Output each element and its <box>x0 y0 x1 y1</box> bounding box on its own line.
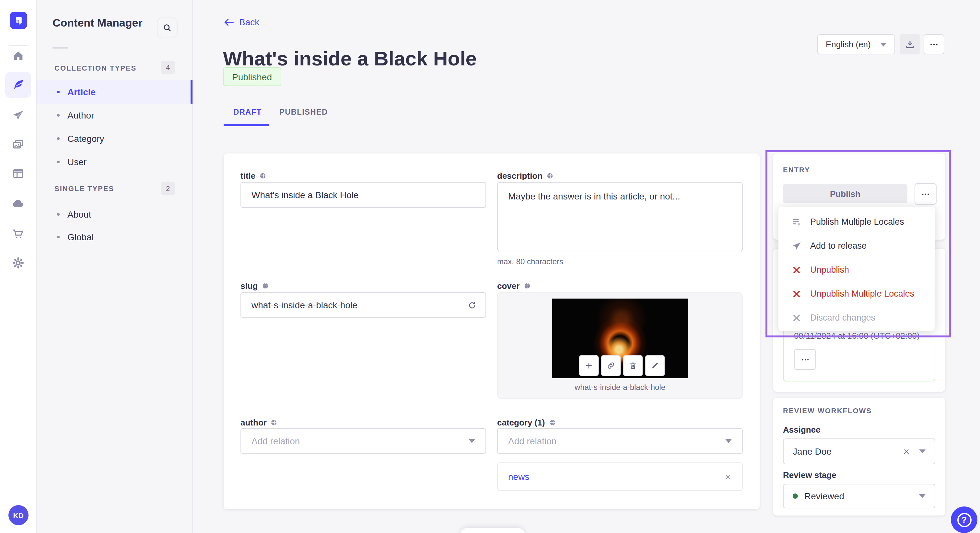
menu-item-add-to-release[interactable]: Add to release <box>778 234 935 258</box>
category-relation-select[interactable]: Add relation <box>497 428 743 454</box>
link-icon <box>607 362 615 370</box>
question-mark-icon: ? <box>957 512 971 527</box>
bullet-icon <box>57 213 60 216</box>
feather-icon[interactable] <box>5 72 31 98</box>
floating-toolbar-partial[interactable] <box>460 528 525 533</box>
list-plus-icon <box>791 217 802 227</box>
sidebar-divider <box>52 47 68 49</box>
cover-toolbar <box>579 355 665 376</box>
tab-published[interactable]: PUBLISHED <box>279 108 328 117</box>
sidebar-item-user[interactable]: User <box>37 150 192 174</box>
cross-icon <box>791 313 802 323</box>
review-stage-select[interactable]: Reviewed <box>783 484 935 508</box>
status-badge: Published <box>223 67 281 86</box>
menu-item-unpublish[interactable]: Unpublish <box>778 258 935 282</box>
edit-asset-button[interactable] <box>645 355 665 376</box>
search-button[interactable] <box>157 17 178 38</box>
nav-rail: KD <box>0 0 37 533</box>
remove-relation-icon[interactable] <box>725 473 732 480</box>
title-field-label: title <box>240 171 266 181</box>
author-field-label: author <box>240 418 278 427</box>
avatar[interactable]: KD <box>8 505 29 525</box>
author-relation-select[interactable]: Add relation <box>240 428 486 454</box>
cover-field-card: what-s-inside-a-black-hole <box>497 292 743 399</box>
chevron-down-icon <box>469 439 475 443</box>
app-window: KD Content Manager COLLECTION TYPES 4 Ar… <box>0 0 980 533</box>
paper-plane-icon <box>791 241 802 251</box>
chevron-down-icon <box>919 449 926 453</box>
bullet-icon <box>57 236 60 238</box>
release-more-button[interactable] <box>794 349 816 370</box>
sidebar-item-label: Category <box>67 133 104 144</box>
clear-assignee-icon[interactable] <box>903 448 910 455</box>
home-icon[interactable] <box>5 43 31 69</box>
relation-link[interactable]: news <box>508 471 529 482</box>
download-button[interactable] <box>900 34 920 54</box>
sidebar-item-label: About <box>67 209 91 219</box>
publish-options-menu: Publish Multiple Locales Add to release … <box>778 206 935 331</box>
stage-status-dot <box>793 493 798 499</box>
main-content: Back What's inside a Black Hole Publishe… <box>193 0 980 533</box>
cloud-icon[interactable] <box>5 190 31 216</box>
paper-plane-icon[interactable] <box>5 102 31 128</box>
sidebar-item-article[interactable]: Article <box>37 80 192 104</box>
layout-icon[interactable] <box>5 160 31 187</box>
cross-icon <box>791 289 802 299</box>
description-field-label: description <box>497 171 554 181</box>
tab-draft[interactable]: DRAFT <box>233 108 261 117</box>
section-count-badge: 4 <box>161 61 175 74</box>
cross-icon <box>791 265 802 275</box>
arrow-left-icon <box>224 18 234 26</box>
bullet-icon <box>57 90 60 93</box>
chevron-down-icon <box>880 43 887 46</box>
cart-icon[interactable] <box>5 221 31 247</box>
bullet-icon <box>57 114 60 117</box>
cover-caption: what-s-inside-a-black-hole <box>498 383 742 392</box>
sidebar-item-category[interactable]: Category <box>37 127 192 150</box>
gear-icon[interactable] <box>5 250 31 276</box>
section-count-badge: 2 <box>161 182 175 195</box>
globe-icon <box>523 282 530 289</box>
copy-link-button[interactable] <box>601 355 621 376</box>
sidebar-item-about[interactable]: About <box>37 203 192 226</box>
section-label-collection-types: COLLECTION TYPES <box>54 64 137 72</box>
globe-icon <box>261 282 269 289</box>
scheduled-date: 09/11/2024 at 16:00 (UTC+02:00) <box>794 331 920 341</box>
more-options-button[interactable] <box>924 34 944 54</box>
page-title: What's inside a Black Hole <box>223 47 477 71</box>
locale-select[interactable]: English (en) <box>817 34 895 54</box>
description-textarea[interactable]: Maybe the answer is in this article, or … <box>497 182 743 251</box>
download-icon <box>905 39 915 49</box>
sidebar-item-global[interactable]: Global <box>37 225 192 249</box>
globe-icon <box>549 419 556 426</box>
add-asset-button[interactable] <box>579 355 599 376</box>
delete-asset-button[interactable] <box>623 355 643 376</box>
back-link[interactable]: Back <box>224 17 259 27</box>
menu-item-discard-changes[interactable]: Discard changes <box>778 306 935 330</box>
sidebar-item-author[interactable]: Author <box>37 104 192 127</box>
slug-input[interactable]: what-s-inside-a-black-hole <box>240 292 486 318</box>
sidebar-title: Content Manager <box>52 17 143 30</box>
category-relation-item: news <box>497 462 743 491</box>
category-field-label: category (1) <box>497 418 556 427</box>
publish-button[interactable]: Publish <box>783 184 907 203</box>
sidebar-item-label: Global <box>67 232 94 242</box>
entry-panel-title: ENTRY <box>783 166 810 174</box>
menu-item-publish-multiple-locales[interactable]: Publish Multiple Locales <box>778 210 935 234</box>
help-button[interactable]: ? <box>951 506 977 533</box>
pencil-icon <box>651 362 659 370</box>
bullet-icon <box>57 137 60 140</box>
media-images-icon[interactable] <box>5 132 31 157</box>
trash-icon <box>629 362 637 370</box>
more-horizontal-icon <box>920 189 931 199</box>
entry-more-button[interactable] <box>915 183 937 205</box>
assignee-select[interactable]: Jane Doe <box>783 438 935 464</box>
title-input[interactable]: What's inside a Black Hole <box>240 182 486 208</box>
refresh-icon[interactable] <box>467 300 477 310</box>
description-hint: max. 80 characters <box>497 257 563 266</box>
sidebar-item-label: User <box>67 157 86 167</box>
menu-item-unpublish-multiple-locales[interactable]: Unpublish Multiple Locales <box>778 282 935 306</box>
section-label-single-types: SINGLE TYPES <box>54 185 114 192</box>
strapi-logo-icon <box>10 12 27 29</box>
more-horizontal-icon <box>800 355 810 364</box>
